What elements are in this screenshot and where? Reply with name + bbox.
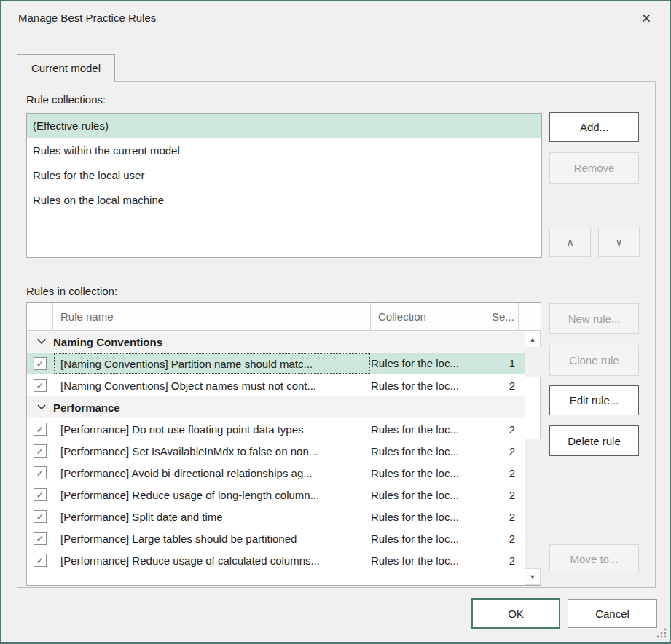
tab-current-model[interactable]: Current model — [17, 54, 115, 82]
caret-up-icon: ∧ — [566, 236, 573, 248]
rule-collection-cell: Rules for the loc... — [371, 423, 484, 436]
checkbox-cell: ✓ — [27, 510, 53, 523]
rule-severity-cell: 2 — [484, 533, 519, 545]
rule-row[interactable]: ✓ [Performance] Reduce usage of long-len… — [27, 484, 525, 506]
rule-checkbox[interactable]: ✓ — [34, 466, 47, 479]
check-icon: ✓ — [36, 468, 44, 478]
column-header-rule-name[interactable]: Rule name — [53, 303, 371, 330]
rule-name-cell: [Performance] Avoid bi-directional relat… — [53, 467, 371, 479]
check-icon: ✓ — [36, 534, 44, 543]
check-icon: ✓ — [36, 490, 44, 500]
rule-collection-cell: Rules for the loc... — [371, 445, 484, 458]
tab-label: Current model — [31, 62, 101, 74]
rule-row[interactable]: ✓ [Performance] Do not use floating poin… — [27, 418, 525, 440]
check-icon: ✓ — [36, 359, 44, 369]
rule-row[interactable]: ✓ [Performance] Split date and time Rule… — [27, 506, 525, 527]
list-item-local-machine-rules[interactable]: Rules on the local machine — [27, 188, 541, 213]
rule-checkbox[interactable]: ✓ — [34, 554, 47, 567]
checkbox-cell: ✓ — [27, 488, 53, 501]
rule-checkbox[interactable]: ✓ — [34, 379, 47, 392]
rule-collection-cell: Rules for the loc... — [371, 353, 484, 374]
checkbox-cell: ✓ — [27, 532, 53, 545]
rule-row[interactable]: ✓ [Naming Conventions] Object names must… — [27, 374, 525, 396]
resize-grip-icon[interactable] — [656, 627, 667, 639]
rule-collections-label: Rule collections: — [26, 93, 106, 106]
rule-name-cell: [Performance] Reduce usage of calculated… — [53, 554, 371, 567]
move-up-button[interactable]: ∧ — [549, 227, 591, 257]
rule-row[interactable]: ✓ [Naming Conventions] Partition name sh… — [27, 353, 525, 374]
cancel-button[interactable]: Cancel — [568, 599, 657, 628]
manage-best-practice-rules-dialog: Manage Best Practice Rules × Current mod… — [0, 0, 671, 644]
chevron-down-icon — [37, 404, 46, 410]
rule-checkbox[interactable]: ✓ — [34, 532, 47, 545]
scroll-down-button[interactable]: ▼ — [525, 568, 541, 585]
check-icon: ✓ — [36, 447, 44, 456]
rule-severity-cell: 2 — [484, 554, 519, 567]
column-header-collection[interactable]: Collection — [371, 303, 484, 330]
rule-collection-cell: Rules for the loc... — [371, 467, 484, 479]
grid-body: Naming Conventions ✓ [Naming Conventions… — [27, 331, 541, 585]
rule-collection-cell: Rules for the loc... — [371, 380, 484, 392]
delete-rule-button[interactable]: Delete rule — [549, 425, 639, 456]
edit-rule-button[interactable]: Edit rule... — [549, 385, 639, 415]
rule-name-cell: [Performance] Set IsAvailableInMdx to fa… — [53, 445, 371, 458]
rule-collection-cell: Rules for the loc... — [371, 554, 484, 567]
rule-collection-cell: Rules for the loc... — [371, 533, 484, 545]
close-button[interactable]: × — [635, 8, 658, 28]
scroll-up-icon: ▲ — [530, 336, 536, 343]
scrollbar-thumb[interactable] — [525, 377, 541, 439]
rule-severity-cell: 2 — [484, 380, 519, 392]
add-button[interactable]: Add... — [549, 112, 639, 142]
check-icon: ✓ — [36, 512, 44, 522]
list-item-effective-rules[interactable]: (Effective rules) — [27, 114, 541, 138]
new-rule-button[interactable]: New rule... — [549, 303, 639, 334]
rules-grid: Rule name Collection Se... Naming Conven… — [26, 302, 541, 586]
rule-checkbox[interactable]: ✓ — [34, 488, 47, 501]
checkbox-cell: ✓ — [27, 423, 53, 436]
column-header-filler — [519, 303, 541, 330]
scroll-up-button[interactable]: ▲ — [525, 331, 541, 347]
rule-name-cell: [Performance] Do not use floating point … — [53, 423, 371, 436]
checkbox-cell: ✓ — [27, 379, 53, 392]
rule-severity-cell: 1 — [484, 353, 519, 374]
rule-group-performance[interactable]: Performance — [27, 396, 525, 418]
rule-group-label: Performance — [53, 401, 120, 414]
rule-severity-cell: 2 — [484, 489, 519, 501]
rule-name-cell: [Performance] Split date and time — [53, 511, 371, 523]
list-item-current-model-rules[interactable]: Rules within the current model — [27, 138, 541, 163]
rule-row[interactable]: ✓ [Performance] Reduce usage of calculat… — [27, 549, 525, 571]
check-icon: ✓ — [36, 381, 44, 390]
rules-in-collection-label: Rules in collection: — [26, 285, 117, 297]
remove-button[interactable]: Remove — [549, 152, 639, 184]
caret-down-icon: ∨ — [615, 236, 622, 248]
check-icon: ✓ — [36, 556, 44, 565]
move-to-button[interactable]: Move to... — [549, 544, 639, 573]
list-item-local-user-rules[interactable]: Rules for the local user — [27, 163, 541, 188]
rule-severity-cell: 2 — [484, 511, 519, 523]
rule-checkbox[interactable]: ✓ — [34, 357, 47, 370]
column-header-checkbox[interactable] — [27, 303, 53, 330]
rule-collections-list: (Effective rules) Rules within the curre… — [26, 113, 542, 258]
rule-group-naming-conventions[interactable]: Naming Conventions — [27, 331, 525, 353]
rule-collection-cell: Rules for the loc... — [371, 511, 484, 523]
rule-name-cell: [Naming Conventions] Partition name shou… — [53, 353, 371, 374]
rule-row[interactable]: ✓ [Performance] Set IsAvailableInMdx to … — [27, 440, 525, 462]
column-header-severity[interactable]: Se... — [484, 303, 519, 330]
rule-severity-cell: 2 — [484, 423, 519, 436]
close-icon: × — [641, 9, 651, 28]
move-down-button[interactable]: ∨ — [598, 227, 640, 257]
chevron-down-icon — [37, 339, 46, 345]
vertical-scrollbar[interactable]: ▲ ▼ — [525, 331, 541, 585]
ok-button[interactable]: OK — [471, 598, 560, 629]
clone-rule-button[interactable]: Clone rule — [549, 345, 639, 376]
checkbox-cell: ✓ — [27, 554, 53, 567]
rule-checkbox[interactable]: ✓ — [34, 444, 47, 458]
rule-checkbox[interactable]: ✓ — [34, 510, 47, 523]
rule-name-cell: [Performance] Reduce usage of long-lengt… — [53, 489, 371, 501]
rule-row[interactable]: ✓ [Performance] Large tables should be p… — [27, 527, 525, 549]
checkbox-cell: ✓ — [27, 466, 53, 479]
check-icon: ✓ — [36, 425, 44, 434]
rule-checkbox[interactable]: ✓ — [34, 423, 47, 436]
scrollbar-track[interactable] — [525, 347, 541, 568]
rule-row[interactable]: ✓ [Performance] Avoid bi-directional rel… — [27, 462, 525, 484]
